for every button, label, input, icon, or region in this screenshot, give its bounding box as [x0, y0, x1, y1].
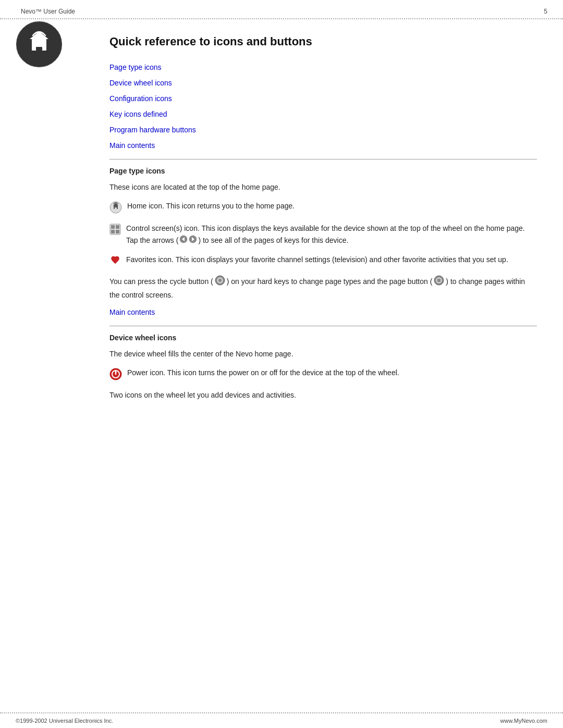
favorites-icon-cell [109, 255, 121, 268]
cycle-btn-icon [215, 275, 225, 289]
arrows-inline-icon [180, 235, 197, 246]
main-content: Quick reference to icons and buttons Pag… [109, 19, 537, 401]
control-icon-cell [109, 224, 121, 237]
toc-item-program-hw: Program hardware buttons [109, 126, 537, 134]
device-wheel-extra-note: Two icons on the wheel let you add devic… [109, 389, 537, 401]
footer-bar: ©1999-2002 Universal Electronics Inc. ww… [0, 712, 563, 728]
toc-link-key-icons[interactable]: Key icons defined [109, 110, 167, 118]
home-icon-row: Home icon. This icon returns you to the … [109, 200, 537, 215]
toc-item-config: Configuration icons [109, 94, 537, 103]
header-page-num: 5 [544, 8, 547, 15]
footer-copyright: ©1999-2002 Universal Electronics Inc. [16, 718, 113, 724]
svg-rect-14 [111, 230, 115, 233]
toc-link-page-type[interactable]: Page type icons [109, 63, 162, 71]
svg-rect-3 [36, 47, 42, 51]
home-icon-text: Home icon. This icon returns you to the … [127, 200, 295, 212]
svg-rect-9 [115, 207, 117, 209]
svg-rect-13 [116, 225, 119, 229]
header-text-area: Nevo™ User Guide 5 [16, 5, 547, 18]
section-divider-1 [109, 159, 537, 159]
toc-link-config[interactable]: Configuration icons [109, 94, 172, 103]
page-btn-icon [434, 275, 444, 289]
control-screen-icon [109, 224, 121, 235]
control-icon-text: Control screen(s) icon. This icon displa… [126, 223, 537, 246]
toc-item-device-wheel: Device wheel icons [109, 79, 537, 87]
favorites-icon [109, 255, 121, 266]
power-icon-cell [109, 368, 122, 382]
power-icon [109, 368, 122, 380]
section-heading-page-type: Page type icons [109, 167, 537, 175]
toc-link-main-contents[interactable]: Main contents [109, 141, 155, 150]
toc-item-page-type: Page type icons [109, 63, 537, 71]
svg-point-10 [115, 205, 116, 206]
toc-link-program-hw[interactable]: Program hardware buttons [109, 126, 196, 134]
toc-link-device-wheel[interactable]: Device wheel icons [109, 79, 172, 87]
page-wrapper: Nevo™ User Guide 5 [0, 0, 563, 728]
logo-container [16, 21, 68, 73]
svg-rect-15 [116, 230, 119, 233]
page-type-intro: These icons are located at the top of th… [109, 181, 537, 193]
section-divider-2 [109, 326, 537, 326]
toc-item-main-contents: Main contents [109, 141, 537, 150]
header-title: Nevo™ User Guide [21, 8, 75, 15]
home-icon-cell [109, 201, 122, 215]
power-icon-row: Power icon. This icon turns the power on… [109, 367, 537, 382]
control-icon-row: Control screen(s) icon. This icon displa… [109, 223, 537, 246]
power-icon-text: Power icon. This icon turns the power on… [127, 367, 399, 378]
favorites-icon-text: Favorites icon. This icon displays your … [126, 254, 508, 265]
nevo-logo [16, 21, 63, 68]
cycle-note: You can press the cycle button ( ) on yo… [109, 275, 537, 301]
header-bar: Nevo™ User Guide 5 [0, 0, 563, 19]
page-title: Quick reference to icons and buttons [109, 35, 537, 48]
footer-url: www.MyNevo.com [500, 718, 547, 724]
svg-rect-25 [437, 279, 440, 282]
section-heading-device-wheel: Device wheel icons [109, 334, 537, 342]
svg-point-22 [218, 279, 222, 282]
home-icon [109, 201, 122, 214]
favorites-icon-row: Favorites icon. This icon displays your … [109, 254, 537, 268]
device-wheel-intro: The device wheel fills the center of the… [109, 348, 537, 360]
svg-point-4 [38, 39, 41, 41]
toc-item-key-icons: Key icons defined [109, 110, 537, 118]
toc-list: Page type icons Device wheel icons Confi… [109, 63, 537, 150]
svg-rect-12 [111, 225, 115, 229]
main-contents-link-1[interactable]: Main contents [109, 308, 155, 316]
